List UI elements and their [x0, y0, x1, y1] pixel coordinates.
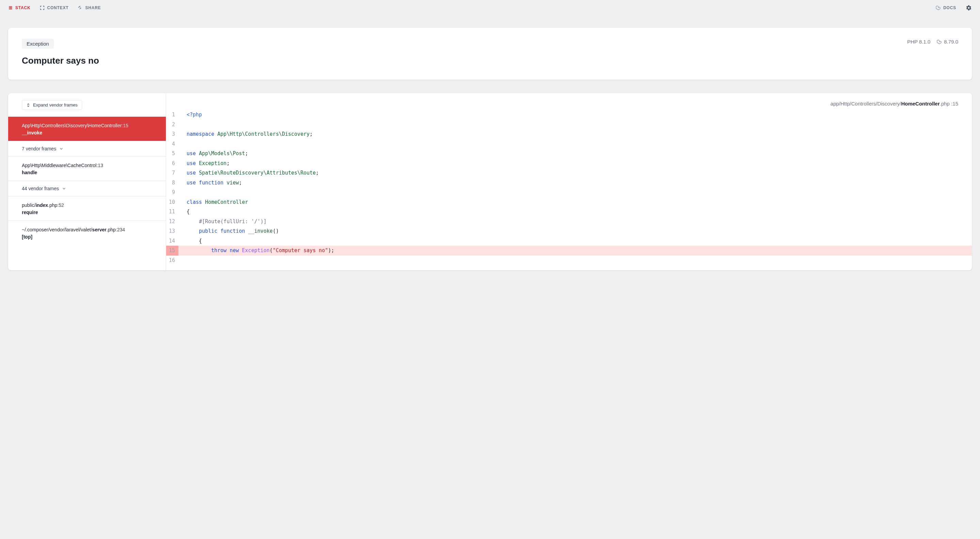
code-content: use Spatie\RouteDiscovery\Attributes\Rou… [178, 168, 972, 178]
code-line: 7use Spatie\RouteDiscovery\Attributes\Ro… [166, 168, 972, 178]
line-number: 14 [166, 236, 178, 246]
stack-frame[interactable]: ~/.composer/vendor/laravel/valet/server.… [8, 220, 166, 245]
code-content: use App\Models\Post; [178, 149, 972, 159]
expand-vendor-label: Expand vendor frames [33, 102, 78, 108]
versions: PHP 8.1.0 8.79.0 [907, 39, 958, 44]
vendor-frames-collapsed[interactable]: 7 vendor frames [8, 141, 166, 156]
code-content [178, 255, 972, 265]
code-content: throw new Exception("Computer says no"); [178, 246, 972, 255]
line-number: 13 [166, 226, 178, 236]
nav-share-label: SHARE [85, 5, 101, 10]
line-number: 2 [166, 120, 178, 130]
topbar-right: DOCS [935, 5, 972, 11]
code-area: app/Http/Controllers/Discovery/HomeContr… [166, 93, 972, 270]
file-path: app/Http/Controllers/Discovery/HomeContr… [166, 93, 972, 110]
code-content [178, 187, 972, 197]
framework-version: 8.79.0 [936, 39, 958, 44]
exception-header-top: Exception PHP 8.1.0 8.79.0 [22, 39, 958, 49]
line-number: 1 [166, 110, 178, 120]
collapsed-frames-label: 44 vendor frames [22, 186, 59, 191]
frame-method: handle [22, 170, 152, 175]
exception-message: Computer says no [22, 55, 958, 66]
nav-stack-label: STACK [15, 5, 30, 10]
line-number: 8 [166, 178, 178, 188]
topbar: STACK CONTEXT SHARE DOCS [0, 0, 980, 16]
nav-docs[interactable]: DOCS [935, 5, 956, 11]
php-version: PHP 8.1.0 [907, 39, 930, 44]
vendor-frames-collapsed[interactable]: 44 vendor frames [8, 181, 166, 196]
frame-path: App\Http\Controllers\Discovery\HomeContr… [22, 122, 152, 129]
frames-sidebar: Expand vendor frames App\Http\Controller… [8, 93, 166, 270]
frames-list: App\Http\Controllers\Discovery\HomeContr… [8, 117, 166, 245]
expand-vendor-frames-button[interactable]: Expand vendor frames [22, 100, 82, 110]
laravel-icon [936, 39, 942, 44]
line-number: 3 [166, 129, 178, 139]
collapsed-frames-label: 7 vendor frames [22, 146, 56, 151]
code-line: 16 [166, 255, 972, 265]
nav-share[interactable]: SHARE [78, 5, 101, 10]
chevron-down-icon [62, 186, 67, 191]
stack-frame[interactable]: App\Http\Middleware\CacheControl:13handl… [8, 156, 166, 181]
code-content: namespace App\Http\Controllers\Discovery… [178, 129, 972, 139]
line-number: 12 [166, 217, 178, 227]
line-number: 9 [166, 187, 178, 197]
framework-version-text: 8.79.0 [944, 39, 958, 44]
code-block: 1<?php23namespace App\Http\Controllers\D… [166, 110, 972, 265]
nav-context-label: CONTEXT [47, 5, 68, 10]
line-number: 15 [166, 246, 178, 255]
code-line: 15 throw new Exception("Computer says no… [166, 246, 972, 255]
nav-context[interactable]: CONTEXT [40, 5, 68, 10]
code-content: class HomeController [178, 197, 972, 207]
code-line: 3namespace App\Http\Controllers\Discover… [166, 129, 972, 139]
line-number: 4 [166, 139, 178, 149]
stack-frame-active[interactable]: App\Http\Controllers\Discovery\HomeContr… [8, 117, 166, 141]
code-line: 13 public function __invoke() [166, 226, 972, 236]
code-line: 5use App\Models\Post; [166, 149, 972, 159]
code-line: 12 #[Route(fullUri: '/')] [166, 217, 972, 227]
line-number: 7 [166, 168, 178, 178]
code-line: 14 { [166, 236, 972, 246]
stack-icon [8, 5, 13, 10]
frame-method: require [22, 209, 152, 215]
gear-icon[interactable] [966, 5, 972, 11]
frame-path: public/index.php:52 [22, 202, 152, 209]
frame-path: ~/.composer/vendor/laravel/valet/server.… [22, 226, 152, 233]
expand-icon [26, 103, 30, 107]
sidebar-controls: Expand vendor frames [8, 93, 166, 117]
code-line: 1<?php [166, 110, 972, 120]
code-content [178, 139, 972, 149]
code-content: public function __invoke() [178, 226, 972, 236]
share-icon [78, 5, 83, 10]
code-line: 6use Exception; [166, 159, 972, 168]
topbar-left: STACK CONTEXT SHARE [8, 5, 101, 10]
frame-method: [top] [22, 234, 152, 239]
line-number: 11 [166, 207, 178, 217]
exception-header-card: Exception PHP 8.1.0 8.79.0 Computer says… [8, 28, 972, 79]
context-icon [40, 5, 45, 10]
code-content [178, 120, 972, 130]
code-line: 10class HomeController [166, 197, 972, 207]
code-content: use Exception; [178, 159, 972, 168]
code-line: 8use function view; [166, 178, 972, 188]
code-content: { [178, 207, 972, 217]
code-line: 2 [166, 120, 972, 130]
line-number: 10 [166, 197, 178, 207]
code-line: 9 [166, 187, 972, 197]
nav-docs-label: DOCS [943, 5, 956, 10]
code-content: <?php [178, 110, 972, 120]
code-content: use function view; [178, 178, 972, 188]
frame-path: App\Http\Middleware\CacheControl:13 [22, 162, 152, 169]
line-number: 6 [166, 159, 178, 168]
code-line: 11{ [166, 207, 972, 217]
nav-stack[interactable]: STACK [8, 5, 30, 10]
exception-type-badge: Exception [22, 39, 54, 49]
laravel-icon [935, 5, 941, 11]
line-number: 16 [166, 255, 178, 265]
chevron-down-icon [59, 146, 64, 151]
code-content: #[Route(fullUri: '/')] [178, 217, 972, 227]
stack-trace-card: Expand vendor frames App\Http\Controller… [8, 93, 972, 270]
code-content: { [178, 236, 972, 246]
code-line: 4 [166, 139, 972, 149]
stack-frame[interactable]: public/index.php:52require [8, 196, 166, 220]
frame-method: __invoke [22, 130, 152, 135]
